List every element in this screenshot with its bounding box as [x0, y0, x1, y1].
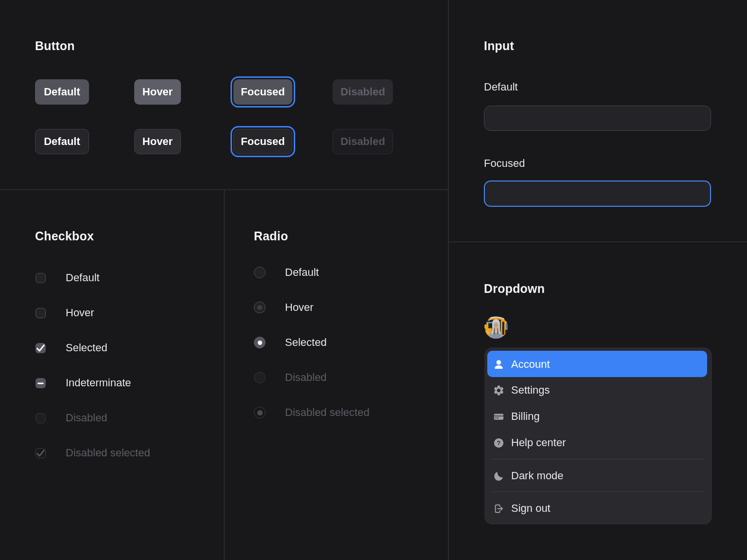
svg-text:?: ?	[497, 439, 500, 447]
